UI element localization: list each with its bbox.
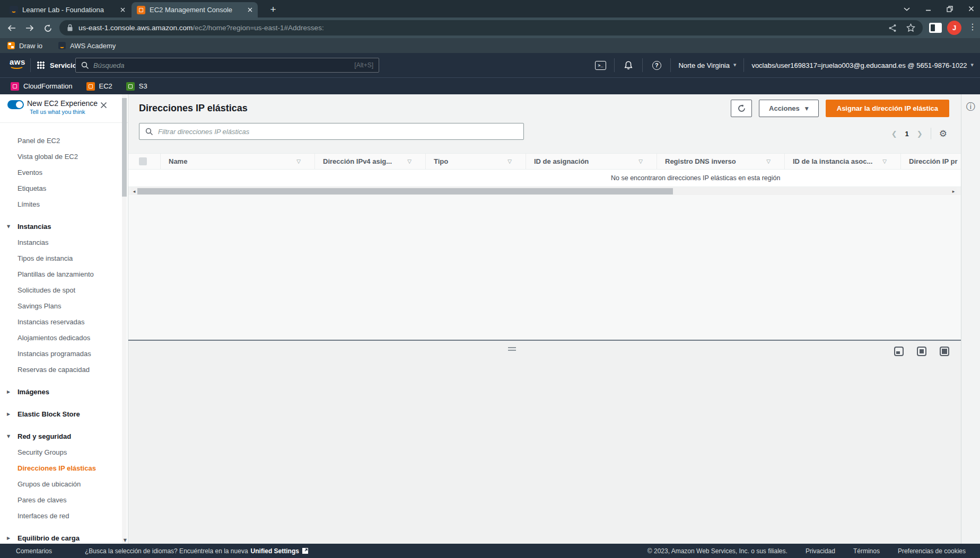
settings-gear-icon[interactable]: ⚙	[939, 128, 947, 139]
close-window-icon[interactable]	[968, 5, 975, 12]
prev-page-icon[interactable]: ❮	[891, 130, 897, 138]
forward-button[interactable]	[23, 22, 36, 34]
sidebar-item[interactable]: Pares de claves	[0, 492, 128, 508]
sidebar-item[interactable]: Panel de EC2	[0, 132, 128, 148]
close-icon[interactable]	[100, 101, 108, 109]
console-search-box[interactable]: [Alt+S]	[75, 58, 379, 73]
sidebar-item[interactable]: Instancias programadas	[0, 346, 128, 361]
aws-logo[interactable]: aws	[10, 58, 25, 69]
layout-bottom-pane-icon[interactable]	[894, 347, 904, 356]
sort-icon[interactable]: ▽	[634, 158, 657, 164]
bookmark-star-icon[interactable]	[906, 23, 915, 32]
sidebar-item[interactable]: Elastic Block Store	[0, 406, 128, 422]
browser-tab-ec2-console[interactable]: EC2 Management Console	[132, 2, 258, 17]
split-pane-grip[interactable]	[508, 347, 516, 351]
sidebar-item[interactable]: Instancias	[0, 218, 128, 234]
next-page-icon[interactable]: ❯	[917, 130, 923, 138]
filter-input[interactable]	[158, 128, 518, 136]
sidebar-item[interactable]: Etiquetas	[0, 180, 128, 196]
table-column-header[interactable]: Name ▽	[160, 154, 314, 169]
help-icon[interactable]: ?	[650, 59, 663, 72]
lock-icon	[67, 24, 73, 32]
sidebar-item[interactable]: Reservas de capacidad	[0, 361, 128, 377]
bookmark-drawio[interactable]: Draw io	[7, 42, 42, 50]
profile-avatar[interactable]: J	[947, 21, 961, 35]
sidebar-item[interactable]: Eventos	[0, 164, 128, 180]
favorite-service[interactable]: EC2	[86, 82, 112, 91]
select-all-checkbox[interactable]	[139, 157, 147, 165]
layout-half-pane-icon[interactable]	[917, 347, 926, 356]
restore-icon[interactable]	[946, 5, 953, 13]
favorite-service[interactable]: S3	[126, 82, 147, 91]
footer-link[interactable]: Términos	[853, 547, 880, 555]
experience-toggle[interactable]	[7, 100, 24, 109]
sidebar-item[interactable]: Security Groups	[0, 444, 128, 460]
sidebar-item[interactable]: Interfaces de red	[0, 508, 128, 524]
sidebar-item[interactable]: Plantillas de lanzamiento	[0, 266, 128, 282]
chevron-down-icon[interactable]	[903, 7, 911, 11]
sort-icon[interactable]: ▽	[503, 158, 526, 164]
table-column-header[interactable]: Dirección IPv4 asig... ▽	[314, 154, 425, 169]
scroll-down-arrow-icon[interactable]: ▼	[124, 538, 127, 543]
back-button[interactable]	[5, 22, 18, 34]
table-column-header[interactable]: ID de la instancia asoc... ▽	[784, 154, 900, 169]
sidebar-item[interactable]: Límites	[0, 196, 128, 212]
new-tab-button[interactable]: +	[266, 3, 280, 16]
sidebar-item[interactable]: Solicitudes de spot	[0, 282, 128, 298]
sidebar-item[interactable]: Equilibrio de carga	[0, 530, 128, 544]
allocate-elastic-ip-button[interactable]: Asignar la dirección IP elástica	[826, 100, 949, 117]
minimize-icon[interactable]	[925, 5, 932, 12]
filter-box[interactable]	[139, 123, 524, 140]
table-column-header[interactable]: ID de asignación ▽	[526, 154, 657, 169]
url-bar[interactable]: us-east-1.console.aws.amazon.com/ec2/hom…	[59, 20, 923, 36]
cloudshell-icon[interactable]: >_	[594, 59, 607, 72]
sort-icon[interactable]: ▽	[878, 158, 900, 164]
search-input[interactable]	[93, 61, 354, 69]
share-icon[interactable]	[888, 24, 897, 32]
sort-icon[interactable]: ▽	[292, 158, 314, 164]
sidebar-item[interactable]: Imágenes	[0, 384, 128, 400]
sort-icon[interactable]: ▽	[762, 158, 784, 164]
close-icon[interactable]	[119, 6, 126, 13]
footer-link[interactable]: Privacidad	[806, 547, 835, 555]
close-icon[interactable]	[247, 6, 253, 13]
table-column-header[interactable]: Registro DNS inverso ▽	[657, 154, 784, 169]
side-panel-icon[interactable]	[929, 23, 942, 33]
sort-icon[interactable]: ▽	[403, 158, 425, 164]
horizontal-scrollbar[interactable]: ◂ ▸	[131, 188, 957, 195]
table-column-header[interactable]: Tipo ▽	[425, 154, 526, 169]
sidebar-item[interactable]: Alojamientos dedicados	[0, 330, 128, 346]
favorite-service[interactable]: CloudFormation	[11, 82, 73, 91]
info-icon[interactable]: ⓘ	[961, 101, 980, 113]
feedback-link[interactable]: Tell us what you think	[30, 109, 85, 115]
browser-tab-learner-lab[interactable]: Learner Lab - Foundationa	[4, 2, 130, 17]
sidebar-item[interactable]: Vista global de EC2	[0, 148, 128, 164]
feedback-link[interactable]: Comentarios	[16, 547, 52, 555]
table-column-header[interactable]: Dirección IP pr ▽	[900, 154, 961, 169]
region-selector[interactable]: Norte de Virginia ▼	[678, 61, 736, 69]
refresh-button[interactable]	[731, 100, 752, 117]
reload-button[interactable]	[41, 22, 54, 34]
scroll-right-arrow-icon[interactable]: ▸	[950, 188, 957, 195]
footer-link[interactable]: Preferencias de cookies	[898, 547, 966, 555]
sidebar-item[interactable]: Red y seguridad	[0, 428, 128, 444]
sidebar-item[interactable]: Instancias	[0, 234, 128, 250]
sidebar-item[interactable]: Instancias reservadas	[0, 314, 128, 330]
bookmark-aws-academy[interactable]: AWS Academy	[58, 42, 116, 50]
scroll-left-arrow-icon[interactable]: ◂	[131, 188, 137, 195]
scrollbar-thumb[interactable]	[137, 188, 673, 194]
browser-menu-icon[interactable]: ⋮	[968, 22, 977, 32]
sidebar-item[interactable]: Grupos de ubicación	[0, 476, 128, 492]
account-menu[interactable]: voclabs/user1698317=jruelao003@g.educaan…	[751, 61, 974, 69]
layout-full-pane-icon[interactable]	[940, 347, 949, 356]
actions-button[interactable]: Acciones ▼	[759, 100, 819, 117]
page-number[interactable]: 1	[905, 130, 909, 138]
sidebar-item[interactable]: Direcciones IP elásticas	[0, 460, 128, 476]
sidebar-item[interactable]: Savings Plans	[0, 298, 128, 314]
split-pane-divider[interactable]	[128, 340, 961, 341]
services-menu[interactable]: Servicios	[37, 53, 81, 77]
unified-settings-link[interactable]: Unified Settings	[251, 547, 299, 555]
sidebar-item[interactable]: Tipos de instancia	[0, 250, 128, 266]
notifications-bell-icon[interactable]	[622, 59, 635, 72]
sidebar-scrollbar-thumb[interactable]	[122, 98, 127, 197]
